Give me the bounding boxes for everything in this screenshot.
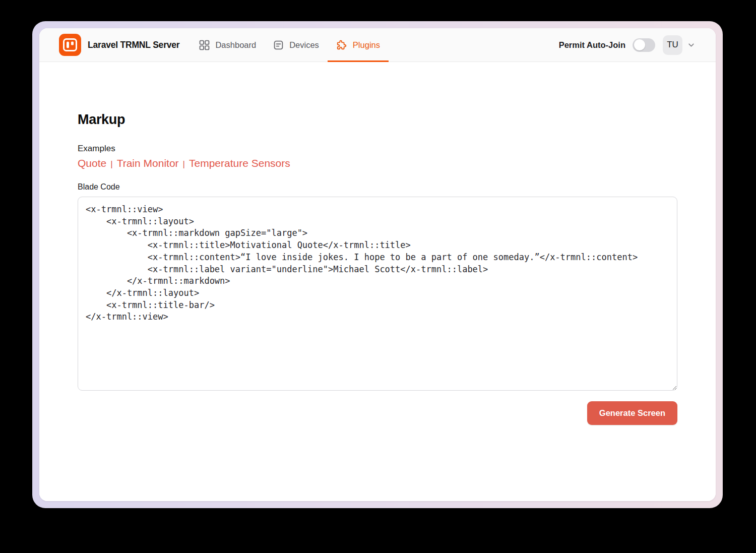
- example-link-temperature-sensors[interactable]: Temperature Sensors: [189, 157, 290, 169]
- example-link-quote[interactable]: Quote: [78, 157, 106, 169]
- nav-item-devices[interactable]: Devices: [265, 28, 328, 62]
- nav-label-plugins: Plugins: [353, 40, 380, 50]
- app-window: Laravel TRMNL Server Dashboard: [32, 21, 723, 508]
- link-separator: |: [179, 159, 189, 169]
- user-avatar[interactable]: TU: [663, 35, 682, 55]
- puzzle-icon: [336, 39, 347, 50]
- nav-item-dashboard[interactable]: Dashboard: [191, 28, 265, 62]
- blade-code-textarea[interactable]: <x-trmnl::view> <x-trmnl::layout> <x-trm…: [78, 197, 677, 391]
- grid-icon: [199, 40, 210, 50]
- nav-label-dashboard: Dashboard: [215, 40, 256, 50]
- generate-screen-button[interactable]: Generate Screen: [587, 401, 677, 425]
- document-lines-icon: [273, 40, 284, 50]
- nav-label-devices: Devices: [289, 40, 319, 50]
- brand[interactable]: Laravel TRMNL Server: [59, 28, 179, 62]
- permit-auto-join-label: Permit Auto-Join: [559, 40, 625, 50]
- example-links: Quote|Train Monitor|Temperature Sensors: [78, 157, 677, 169]
- chevron-down-icon[interactable]: [687, 41, 696, 49]
- app-card: Laravel TRMNL Server Dashboard: [39, 28, 716, 501]
- avatar-initials: TU: [667, 40, 678, 50]
- header-right: Permit Auto-Join TU: [559, 28, 696, 62]
- blade-code-label: Blade Code: [78, 182, 677, 192]
- link-separator: |: [106, 159, 116, 169]
- app-header: Laravel TRMNL Server Dashboard: [39, 28, 716, 62]
- nav-item-plugins[interactable]: Plugins: [328, 28, 389, 62]
- examples-label: Examples: [78, 144, 677, 154]
- permit-auto-join-toggle[interactable]: [633, 38, 655, 52]
- main-nav: Dashboard Devices: [191, 28, 389, 62]
- main-content: Markup Examples Quote|Train Monitor|Temp…: [39, 62, 716, 501]
- page-title: Markup: [78, 112, 677, 128]
- trmnl-logo-icon: [59, 34, 81, 56]
- example-link-train-monitor[interactable]: Train Monitor: [117, 157, 179, 169]
- brand-title: Laravel TRMNL Server: [88, 40, 179, 50]
- toggle-knob: [634, 39, 645, 50]
- desktop-background: Laravel TRMNL Server Dashboard: [0, 0, 756, 553]
